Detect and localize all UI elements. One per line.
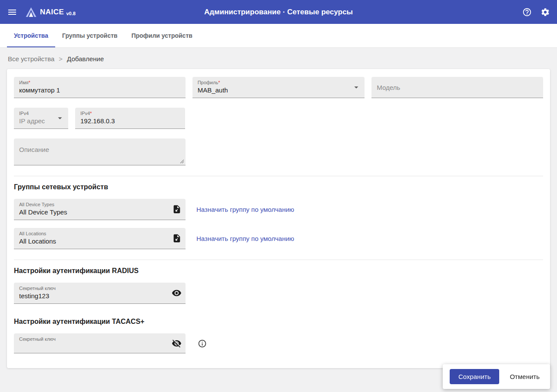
app-version: v0.8 — [66, 11, 75, 16]
description-placeholder: Описание — [19, 146, 180, 153]
tab-devices[interactable]: Устройства — [7, 24, 55, 47]
tab-device-profiles-label: Профили устройств — [131, 32, 192, 39]
ip-type-select[interactable]: IPv4 IP адрес — [14, 108, 68, 129]
chevron-down-icon — [55, 113, 65, 123]
group-row-device-types: All Device Types All Device Types Назнач… — [14, 199, 543, 220]
description-textarea[interactable]: Описание — [14, 138, 186, 165]
info-icon[interactable] — [198, 339, 207, 348]
model-field[interactable]: Модель — [371, 77, 543, 98]
model-field-placeholder: Модель — [377, 84, 400, 91]
section-title-tacacs: Настройки аутентификации TACACS+ — [14, 318, 543, 326]
chevron-down-icon — [351, 82, 361, 92]
page-title: Администрирование · Сетевые ресурсы — [204, 8, 353, 16]
app-logo: NAICE v0.8 — [25, 7, 76, 17]
section-title-device-groups: Группы сетевых устройств — [14, 183, 543, 191]
section-divider — [14, 176, 543, 176]
cancel-button[interactable]: Отменить — [506, 369, 543, 384]
required-asterisk: * — [28, 80, 30, 85]
topbar-right — [522, 7, 550, 17]
device-types-group-value: All Device Types — [19, 208, 166, 217]
device-types-group-field[interactable]: All Device Types All Device Types — [14, 199, 186, 220]
assign-document-icon[interactable] — [172, 234, 182, 243]
name-field-value: коммутатор 1 — [19, 86, 180, 95]
locations-group-label: All Locations — [19, 231, 166, 237]
tab-device-profiles[interactable]: Профили устройств — [124, 24, 199, 47]
tab-bar: Устройства Группы устройств Профили устр… — [0, 24, 557, 48]
profile-field-value: MAB_auth — [198, 86, 360, 95]
name-field-label: Имя* — [19, 80, 180, 86]
tab-device-groups[interactable]: Группы устройств — [55, 24, 124, 47]
ip-address-value: 192.168.0.3 — [80, 116, 180, 126]
name-field[interactable]: Имя* коммутатор 1 — [14, 77, 186, 98]
save-button[interactable]: Сохранить — [450, 369, 500, 384]
app-name: NAICE — [40, 8, 64, 16]
hamburger-menu-icon[interactable] — [7, 7, 17, 17]
ip-address-label: IPv4* — [80, 111, 180, 116]
group-row-locations: All Locations All Locations Назначить гр… — [14, 228, 543, 249]
visibility-off-icon[interactable] — [172, 338, 182, 348]
radius-secret-field[interactable]: Секретный ключ testing123 — [14, 283, 186, 304]
logo-mountain-icon — [25, 7, 37, 17]
assign-default-group-link[interactable]: Назначить группу по умолчанию — [196, 206, 294, 213]
settings-gear-icon[interactable] — [540, 7, 550, 17]
tab-device-groups-label: Группы устройств — [62, 32, 117, 39]
breadcrumb-separator: > — [59, 55, 63, 63]
ip-address-label-text: IPv4 — [80, 111, 90, 116]
assign-default-group-link[interactable]: Назначить группу по умолчанию — [196, 235, 294, 242]
name-label-text: Имя — [19, 80, 28, 85]
tacacs-secret-label: Секретный ключ — [19, 336, 166, 342]
device-types-group-label: All Device Types — [19, 202, 166, 208]
radius-secret-label: Секретный ключ — [19, 286, 166, 291]
tab-devices-label: Устройства — [14, 32, 48, 39]
radius-secret-value: testing123 — [19, 291, 166, 301]
form-row-2: IPv4 IP адрес IPv4* 192.168.0.3 — [14, 108, 543, 129]
breadcrumb-all-devices[interactable]: Все устройства — [8, 55, 54, 63]
required-asterisk: * — [90, 111, 92, 116]
device-form-card: Имя* коммутатор 1 Профиль* MAB_auth Моде… — [7, 69, 550, 368]
action-bar: Сохранить Отменить — [443, 364, 550, 389]
top-app-bar: NAICE v0.8 Администрирование · Сетевые р… — [0, 0, 557, 24]
profile-label-text: Профиль — [198, 80, 219, 85]
tacacs-row: Секретный ключ — [14, 333, 543, 353]
locations-group-field[interactable]: All Locations All Locations — [14, 228, 186, 249]
required-asterisk: * — [218, 80, 220, 85]
profile-select[interactable]: Профиль* MAB_auth — [192, 77, 365, 98]
topbar-left: NAICE v0.8 — [7, 7, 76, 17]
breadcrumb-current: Добавление — [67, 55, 104, 63]
form-row-3: Описание — [14, 138, 543, 165]
visibility-eye-icon[interactable] — [172, 288, 182, 298]
resize-handle-icon[interactable] — [180, 159, 184, 164]
section-divider — [14, 260, 543, 260]
tacacs-secret-field[interactable]: Секретный ключ — [14, 333, 186, 353]
ip-address-field[interactable]: IPv4* 192.168.0.3 — [75, 108, 185, 129]
profile-field-label: Профиль* — [198, 80, 360, 86]
section-title-radius: Настройки аутентификации RADIUS — [14, 267, 543, 275]
assign-document-icon[interactable] — [172, 204, 182, 214]
form-row-1: Имя* коммутатор 1 Профиль* MAB_auth Моде… — [14, 77, 543, 98]
help-icon[interactable] — [522, 7, 532, 17]
locations-group-value: All Locations — [19, 237, 166, 246]
breadcrumb: Все устройства > Добавление — [0, 48, 557, 67]
